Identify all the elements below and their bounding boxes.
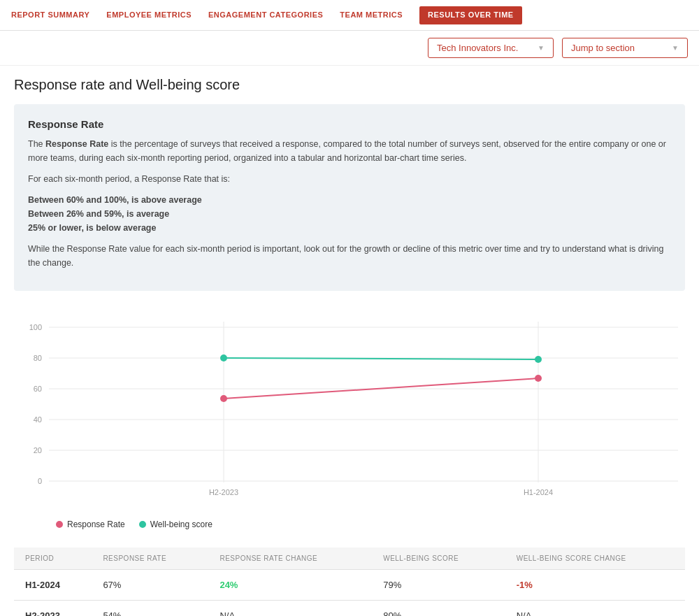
info-box-heading: Response Rate (28, 118, 671, 130)
info-box-para3: While the Response Rate value for each s… (28, 242, 671, 270)
line-chart: 100 80 60 40 20 0 (14, 315, 685, 510)
cell-wb-change: N/A (505, 601, 685, 617)
range1: Between 60% and 100%, is above average (28, 195, 202, 205)
nav-results-over-time[interactable]: RESULTS OVER TIME (419, 6, 522, 24)
svg-text:H1-2024: H1-2024 (524, 488, 553, 496)
info-box: Response Rate The Response Rate is the p… (14, 104, 685, 291)
cell-period: H2-2023 (14, 601, 92, 617)
chart-legend: Response Rate Well-being score (56, 520, 685, 529)
legend-response-rate-label: Response Rate (67, 520, 125, 529)
nav-team-metrics[interactable]: TEAM METRICS (340, 8, 403, 23)
svg-text:80: 80 (34, 354, 42, 362)
cell-wb-change: -1% (505, 570, 685, 601)
table-row: H1-2024 67% 24% 79% -1% (14, 570, 685, 601)
wellbeing-dot (139, 521, 146, 528)
page-title: Response rate and Well-being score (14, 77, 685, 93)
svg-text:0: 0 (38, 477, 42, 485)
range3: 25% or lower, is below average (28, 223, 156, 233)
section-selector-value: Jump to section (571, 43, 635, 53)
response-rate-point-h1-2024 (535, 375, 542, 382)
col-response-rate-change: RESPONSE RATE CHANGE (208, 547, 372, 570)
col-wellbeing-change: WELL-BEING SCORE CHANGE (505, 547, 685, 570)
svg-text:H2-2023: H2-2023 (209, 488, 238, 496)
legend-response-rate: Response Rate (56, 520, 125, 529)
info-box-para2: For each six-month period, a Response Ra… (28, 172, 671, 186)
svg-text:20: 20 (34, 446, 42, 454)
cell-response-rate: 67% (92, 570, 208, 601)
wellbeing-point-h1-2024 (535, 356, 542, 363)
svg-text:40: 40 (34, 415, 42, 424)
info-box-para1: The Response Rate is the percentage of s… (28, 137, 671, 165)
section-selector[interactable]: Jump to section ▼ (562, 38, 688, 58)
table-header-row: PERIOD RESPONSE RATE RESPONSE RATE CHANG… (14, 547, 685, 570)
company-selector-value: Tech Innovators Inc. (437, 43, 518, 53)
response-rate-point-h2-2023 (220, 395, 227, 402)
data-table: PERIOD RESPONSE RATE RESPONSE RATE CHANG… (14, 547, 685, 616)
table-row: H2-2023 54% N/A 80% N/A (14, 601, 685, 617)
cell-wellbeing-score: 80% (372, 601, 505, 617)
col-response-rate: RESPONSE RATE (92, 547, 208, 570)
col-wellbeing-score: WELL-BEING SCORE (372, 547, 505, 570)
toolbar: Tech Innovators Inc. ▼ Jump to section ▼ (0, 31, 699, 66)
cell-rr-change: 24% (208, 570, 372, 601)
page-content: Response rate and Well-being score Respo… (0, 66, 699, 616)
cell-wellbeing-score: 79% (372, 570, 505, 601)
response-rate-dot (56, 521, 63, 528)
chart-container: 100 80 60 40 20 0 (14, 308, 685, 536)
info-box-ranges: Between 60% and 100%, is above average B… (28, 193, 671, 235)
cell-response-rate: 54% (92, 601, 208, 617)
nav-report-summary[interactable]: REPORT SUMMARY (11, 8, 89, 23)
nav-employee-metrics[interactable]: EMPLOYEE METRICS (106, 8, 192, 23)
chevron-down-icon: ▼ (538, 44, 545, 52)
cell-period: H1-2024 (14, 570, 92, 601)
company-selector[interactable]: Tech Innovators Inc. ▼ (428, 38, 554, 58)
svg-text:100: 100 (29, 323, 42, 331)
top-navigation: REPORT SUMMARY EMPLOYEE METRICS ENGAGEME… (0, 0, 699, 31)
chevron-down-icon: ▼ (672, 44, 679, 52)
cell-rr-change: N/A (208, 601, 372, 617)
legend-wellbeing-label: Well-being score (150, 520, 212, 529)
wellbeing-point-h2-2023 (220, 354, 227, 361)
svg-text:60: 60 (34, 385, 42, 393)
legend-wellbeing: Well-being score (139, 520, 212, 529)
nav-engagement-categories[interactable]: ENGAGEMENT CATEGORIES (208, 8, 323, 23)
col-period: PERIOD (14, 547, 92, 570)
range2: Between 26% and 59%, is average (28, 209, 169, 219)
